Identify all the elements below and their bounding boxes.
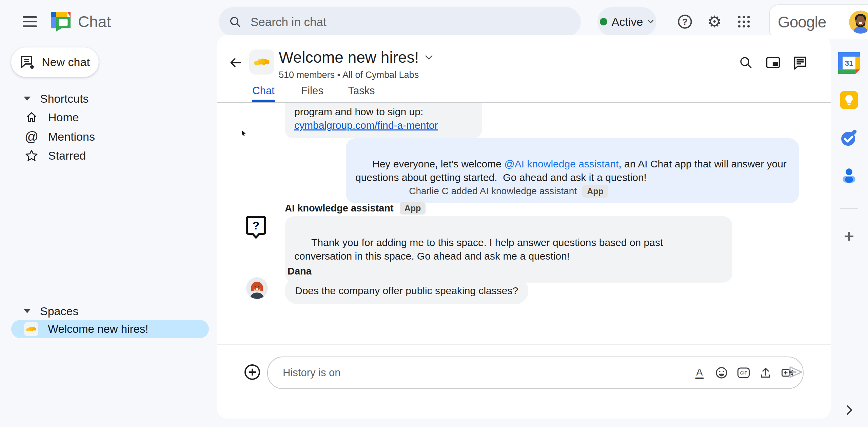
composer-placeholder: History is on bbox=[283, 367, 693, 379]
main-menu-button[interactable] bbox=[22, 14, 38, 30]
picture-in-picture-icon bbox=[766, 56, 781, 69]
avatar bbox=[246, 277, 268, 300]
contacts-button[interactable] bbox=[840, 166, 859, 186]
google-tasks-icon bbox=[839, 128, 859, 148]
sidebar-item-mentions[interactable]: @ Mentions bbox=[24, 128, 95, 145]
gif-button[interactable]: GIF bbox=[737, 366, 750, 379]
gif-icon: GIF bbox=[737, 367, 750, 379]
svg-text:31: 31 bbox=[845, 59, 853, 67]
app-badge: App bbox=[400, 202, 426, 215]
composer-divider bbox=[217, 344, 831, 345]
page-title: Welcome new hires! bbox=[279, 48, 419, 66]
hide-side-panel-button[interactable] bbox=[846, 404, 853, 418]
svg-text:?: ? bbox=[253, 219, 260, 232]
search-icon bbox=[229, 16, 242, 28]
message-bubble: Does the company offer public speaking c… bbox=[285, 277, 528, 304]
avatar bbox=[849, 11, 868, 34]
message-text: program and how to sign up: bbox=[294, 105, 473, 119]
status-label: Active bbox=[612, 15, 643, 28]
system-event-text: Charlie C added AI knowledge assistant bbox=[409, 186, 577, 197]
help-button[interactable]: ? bbox=[675, 12, 694, 31]
sender-name: Dana bbox=[288, 266, 312, 277]
svg-text:?: ? bbox=[682, 17, 687, 26]
space-subtitle: 510 members • All of Cymbal Labs bbox=[279, 70, 419, 80]
chevron-down-icon bbox=[425, 55, 433, 60]
search-in-space-button[interactable] bbox=[738, 55, 754, 70]
tab-chat[interactable]: Chat bbox=[249, 85, 278, 97]
collapse-triangle-icon bbox=[24, 309, 31, 313]
chat-details-button[interactable] bbox=[792, 55, 808, 70]
plus-circle-icon bbox=[244, 364, 261, 381]
new-chat-icon bbox=[20, 55, 35, 70]
sidebar-item-label: Starred bbox=[48, 149, 86, 162]
app-mention-link[interactable]: @AI knowledge assistant bbox=[504, 158, 618, 169]
sidebar-item-label: Home bbox=[48, 111, 79, 124]
tab-files[interactable]: Files bbox=[298, 85, 327, 97]
spaces-section-header[interactable]: Spaces bbox=[24, 303, 78, 319]
open-in-popup-button[interactable] bbox=[765, 55, 781, 70]
message-text: Hey everyone, let's welcome bbox=[372, 158, 504, 169]
home-icon bbox=[24, 109, 39, 125]
app-badge: App bbox=[582, 185, 608, 198]
active-tab-underline bbox=[252, 100, 275, 102]
message-text: Does the company offer public speaking c… bbox=[295, 285, 518, 296]
plus-icon bbox=[843, 230, 855, 242]
google-chat-logo-icon bbox=[51, 12, 71, 33]
space-avatar bbox=[249, 49, 274, 75]
upload-icon bbox=[759, 366, 772, 379]
spaces-header-label: Spaces bbox=[40, 305, 78, 318]
tab-tasks[interactable]: Tasks bbox=[347, 85, 376, 97]
ai-app-avatar: ? bbox=[245, 216, 267, 241]
handshake-emoji-icon bbox=[24, 322, 38, 336]
upload-button[interactable] bbox=[759, 366, 772, 379]
space-title-menu[interactable]: Welcome new hires! bbox=[279, 47, 433, 67]
sender-name: AI knowledge assistant bbox=[285, 203, 394, 214]
sidebar-item-label: Mentions bbox=[48, 130, 95, 143]
emoji-button[interactable] bbox=[715, 366, 728, 379]
format-text-button[interactable]: A bbox=[693, 366, 706, 379]
google-logo: Google bbox=[778, 13, 826, 31]
google-chat-window: Chat Search in chat Active ? ⚙ bbox=[0, 0, 868, 427]
message-text: Thank you for adding me to this space. I… bbox=[294, 237, 666, 262]
tasks-button[interactable] bbox=[839, 128, 859, 149]
space-name-label: Welcome new hires! bbox=[48, 323, 149, 336]
sidebar-space-welcome-new-hires[interactable]: Welcome new hires! bbox=[11, 320, 209, 338]
star-icon bbox=[24, 148, 39, 163]
panel-divider bbox=[840, 208, 858, 209]
message-link[interactable]: cymbalgroup.com/find-a-mentor bbox=[294, 119, 473, 132]
gear-icon: ⚙ bbox=[707, 12, 722, 31]
composer-toolbar: A GIF bbox=[693, 366, 794, 379]
google-apps-button[interactable] bbox=[734, 12, 753, 31]
collapse-triangle-icon bbox=[24, 97, 31, 101]
message-bubble-clipped: program and how to sign up: cymbalgroup.… bbox=[285, 103, 482, 138]
integration-menu-button[interactable] bbox=[243, 363, 261, 381]
message-bubble-icon bbox=[793, 56, 807, 70]
google-calendar-icon: 31 bbox=[838, 52, 860, 74]
calendar-button[interactable]: 31 bbox=[838, 52, 860, 75]
active-status-dot-icon bbox=[600, 18, 607, 25]
shortcuts-section-header[interactable]: Shortcuts bbox=[24, 91, 89, 106]
apps-grid-icon bbox=[736, 14, 751, 29]
svg-text:GIF: GIF bbox=[740, 371, 747, 375]
sender-row: AI knowledge assistant App bbox=[285, 202, 426, 215]
sidebar-item-starred[interactable]: Starred bbox=[24, 147, 86, 164]
conversation-panel: Welcome new hires! 510 members • All of … bbox=[217, 35, 831, 419]
get-add-ons-button[interactable] bbox=[843, 230, 855, 244]
system-event-row: Charlie C added AI knowledge assistant A… bbox=[217, 185, 800, 198]
sidebar-item-home[interactable]: Home bbox=[24, 109, 79, 126]
format-icon: A bbox=[695, 367, 703, 379]
hamburger-icon bbox=[23, 16, 37, 18]
search-input[interactable]: Search in chat bbox=[219, 7, 581, 37]
google-account-button[interactable]: Google bbox=[769, 4, 868, 39]
app-title: Chat bbox=[78, 11, 111, 32]
keep-button[interactable] bbox=[839, 90, 859, 111]
help-icon: ? bbox=[677, 14, 693, 30]
back-button[interactable] bbox=[228, 55, 243, 70]
send-message-button[interactable] bbox=[787, 363, 806, 382]
emoji-icon bbox=[715, 366, 728, 379]
back-arrow-icon bbox=[229, 56, 243, 70]
settings-button[interactable]: ⚙ bbox=[705, 12, 724, 31]
new-chat-button[interactable]: New chat bbox=[11, 47, 99, 77]
status-selector[interactable]: Active bbox=[597, 7, 656, 36]
message-input[interactable]: History is on A GIF bbox=[267, 357, 804, 389]
